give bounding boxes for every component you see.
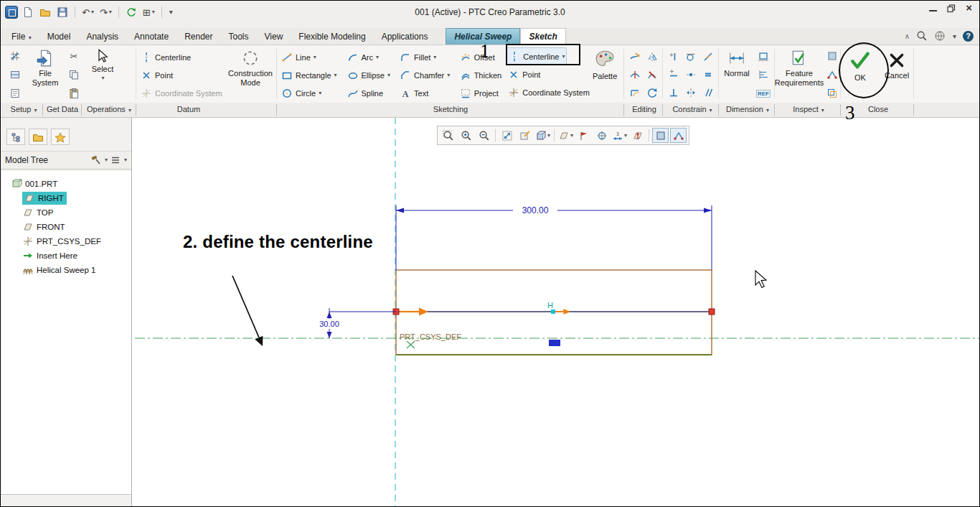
folder-browser-button[interactable]: [29, 129, 47, 145]
copy-button[interactable]: [65, 66, 83, 83]
delete-segment-button[interactable]: [646, 69, 658, 80]
zoom-region-icon[interactable]: [440, 128, 456, 143]
datum-display-icon[interactable]: ▾: [557, 128, 574, 143]
tree-filters-button[interactable]: [90, 154, 102, 166]
annotation-display-icon[interactable]: [575, 128, 592, 143]
tree-item-right[interactable]: RIGHT: [1, 191, 131, 205]
reference-dimension-button[interactable]: REF: [755, 85, 772, 102]
ellipse-button[interactable]: Ellipse▾: [345, 66, 392, 84]
spin-center-icon[interactable]: [593, 128, 610, 143]
community-icon[interactable]: [934, 30, 946, 42]
file-system-button[interactable]: File System: [27, 46, 63, 102]
offset-button[interactable]: Offset: [458, 48, 496, 66]
chevron-down-icon[interactable]: ▾: [124, 157, 127, 163]
minimize-button[interactable]: [929, 4, 937, 14]
group-label-operations[interactable]: Operations ▾: [83, 105, 136, 113]
display-style-icon[interactable]: ▾: [534, 128, 551, 143]
line-button[interactable]: Line▾: [279, 48, 318, 66]
overlapping-geometry-button[interactable]: [824, 85, 841, 102]
tab-applications[interactable]: Applications: [374, 29, 436, 45]
modify-button[interactable]: [629, 51, 641, 62]
sketch-display-icon[interactable]: 3▾: [611, 128, 628, 143]
parallel-constraint-button[interactable]: [702, 87, 714, 98]
mirror-button[interactable]: [646, 51, 658, 62]
sketch-canvas[interactable]: ▾ ▾ 3▾: [133, 118, 979, 506]
horizontal-constraint-button[interactable]: [668, 69, 679, 80]
group-label-inspect[interactable]: Inspect ▾: [777, 105, 840, 113]
chevron-down-icon[interactable]: ▾: [952, 31, 956, 41]
shade-closed-loops-button[interactable]: [824, 47, 841, 65]
group-label-setup[interactable]: Setup ▾: [5, 105, 42, 113]
repaint-icon[interactable]: [517, 128, 533, 143]
sketch-view-icon[interactable]: [629, 128, 646, 143]
coincident-constraint-button[interactable]: [685, 69, 697, 80]
tree-item-helical-sweep[interactable]: Helical Sweep 1: [1, 263, 131, 277]
model-tree-toggle-button[interactable]: [6, 129, 25, 145]
chamfer-button[interactable]: Chamfer▾: [397, 66, 451, 84]
centerline-end-handle[interactable]: [709, 309, 715, 315]
tab-analysis[interactable]: Analysis: [78, 29, 126, 45]
close-button[interactable]: ×: [966, 4, 972, 14]
symmetric-constraint-button[interactable]: [685, 87, 697, 98]
tree-columns-button[interactable]: [110, 154, 121, 166]
help-icon[interactable]: ?: [963, 31, 974, 42]
tab-render[interactable]: Render: [176, 29, 220, 45]
symmetry-constraint-marker[interactable]: [549, 340, 560, 346]
tab-sketch[interactable]: Sketch: [520, 28, 565, 45]
thicken-button[interactable]: Thicken: [458, 66, 504, 84]
datum-coordinate-system-button[interactable]: Coordinate System: [138, 84, 224, 102]
highlight-open-ends-toggle-icon[interactable]: [670, 128, 687, 143]
zoom-out-icon[interactable]: [476, 128, 492, 143]
equal-constraint-button[interactable]: [702, 69, 714, 80]
restore-button[interactable]: [947, 4, 956, 13]
rotate-resize-button[interactable]: [646, 87, 658, 98]
arc-button[interactable]: Arc▾: [345, 48, 381, 66]
tree-item-insert-here[interactable]: Insert Here: [1, 248, 131, 263]
h-point[interactable]: [551, 310, 555, 314]
tab-view[interactable]: View: [257, 29, 291, 45]
corner-button[interactable]: [629, 87, 641, 98]
text-button[interactable]: AText: [397, 84, 430, 102]
csys-marker[interactable]: [407, 341, 415, 348]
fillet-button[interactable]: Fillet▾: [397, 48, 438, 66]
vertical-constraint-button[interactable]: [668, 51, 679, 62]
tab-tools[interactable]: Tools: [220, 29, 256, 45]
paste-button[interactable]: [65, 85, 83, 102]
width-dimension[interactable]: 300.00: [396, 205, 712, 270]
tab-file[interactable]: File ▾: [4, 29, 39, 45]
sketch-point-button[interactable]: Point: [506, 65, 542, 83]
references-button[interactable]: [6, 66, 24, 83]
tree-item-front[interactable]: FRONT: [1, 220, 131, 234]
search-icon[interactable]: [916, 30, 928, 42]
height-dimension[interactable]: 30.00: [316, 308, 396, 338]
construction-mode-button[interactable]: Construction Mode: [228, 46, 273, 102]
tree-item-part[interactable]: 001.PRT: [1, 177, 131, 191]
palette-button[interactable]: Palette: [588, 46, 622, 102]
chevron-down-icon[interactable]: ▾: [105, 157, 108, 163]
favorites-button[interactable]: [51, 129, 70, 145]
properties-button[interactable]: [6, 85, 24, 102]
collapse-ribbon-icon[interactable]: ∧: [905, 31, 910, 41]
tab-annotate[interactable]: Annotate: [126, 29, 176, 45]
tab-model[interactable]: Model: [39, 29, 79, 45]
tab-flexible-modeling[interactable]: Flexible Modeling: [291, 29, 373, 45]
perimeter-dimension-button[interactable]: [755, 47, 772, 65]
baseline-dimension-button[interactable]: [755, 66, 772, 83]
project-button[interactable]: Project: [458, 84, 500, 102]
feature-requirements-button[interactable]: Feature Requirements: [777, 46, 821, 102]
refit-icon[interactable]: [499, 128, 515, 143]
select-button[interactable]: Select ▾: [86, 46, 119, 102]
tree-item-top[interactable]: TOP: [1, 205, 131, 220]
perpendicular-constraint-button[interactable]: [668, 87, 679, 98]
circle-button[interactable]: Circle▾: [279, 84, 323, 102]
shade-closed-loops-toggle-icon[interactable]: [652, 128, 669, 143]
divide-button[interactable]: [629, 69, 641, 80]
cut-button[interactable]: ✂: [65, 47, 83, 65]
normal-dimension-button[interactable]: Normal: [721, 46, 753, 102]
group-label-constrain[interactable]: Constrain ▾: [665, 105, 720, 113]
datum-point-button[interactable]: Point: [138, 66, 174, 84]
zoom-in-icon[interactable]: [458, 128, 474, 143]
sketch-viewport[interactable]: 300.00 H 30.00: [133, 118, 980, 506]
datum-centerline-button[interactable]: Centerline: [138, 48, 192, 66]
tree-item-csys[interactable]: PRT_CSYS_DEF: [1, 234, 131, 248]
